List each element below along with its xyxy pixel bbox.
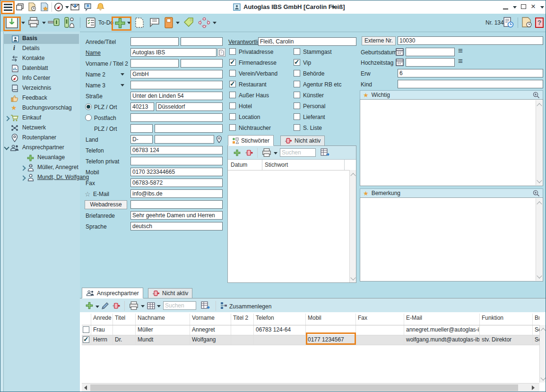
plzort-radio[interactable] — [85, 103, 92, 110]
row-checkbox[interactable] — [83, 326, 89, 333]
expand-chevron-icon[interactable] — [4, 116, 9, 121]
row-checkbox[interactable] — [83, 336, 89, 343]
expand-chevron-icon[interactable] — [20, 175, 26, 180]
column-header[interactable]: Telefon — [254, 314, 306, 325]
geburtsdatum-list-icon[interactable] — [458, 47, 463, 55]
checkbox-kuenstler[interactable] — [294, 92, 300, 98]
externe-nr-input[interactable] — [398, 36, 543, 45]
grid-view-icon[interactable] — [147, 302, 155, 309]
new-document-icon[interactable] — [135, 17, 144, 28]
plz2-input[interactable] — [130, 124, 153, 133]
column-header[interactable]: Mobil — [306, 314, 356, 325]
zoom-plus-icon[interactable] — [533, 190, 540, 197]
column-header[interactable]: Fax — [356, 314, 404, 325]
sidebar-item-buchungsvorschlag[interactable]: Buchungsvorschlag — [3, 103, 79, 113]
keywords-print-caret[interactable] — [274, 152, 277, 154]
tab-stichwoerter-nicht-aktiv[interactable]: Nicht aktiv — [280, 136, 325, 146]
vorname-input[interactable] — [130, 59, 179, 68]
plz-input[interactable] — [130, 102, 154, 111]
checkbox-hotel[interactable] — [229, 102, 236, 109]
postfach-input[interactable] — [130, 113, 223, 122]
checkbox-location[interactable] — [229, 113, 236, 120]
name-input[interactable] — [130, 48, 217, 57]
compare-persons-icon[interactable] — [64, 17, 75, 28]
checkbox-firmenadresse[interactable] — [229, 59, 236, 66]
expand-chevron-icon[interactable] — [20, 165, 26, 170]
checkbox-ausser-haus[interactable] — [229, 92, 236, 98]
contacts-search-input[interactable] — [163, 301, 196, 310]
mobil-input[interactable] — [130, 168, 223, 176]
wichtig-scrollbar[interactable] — [536, 100, 542, 185]
checkbox-nichtraucher[interactable] — [229, 124, 236, 131]
ort2-input[interactable] — [155, 124, 223, 133]
calendar-icon[interactable] — [396, 48, 404, 56]
sidebar-item-verzeichnis[interactable]: Verzeichnis — [3, 84, 79, 94]
name3-input[interactable] — [130, 81, 223, 89]
externe-nr-button[interactable]: Externe Nr. — [362, 36, 396, 45]
mail-import-icon[interactable] — [70, 3, 80, 11]
info-center-compass-icon[interactable] — [54, 2, 63, 12]
maximize-button[interactable] — [521, 4, 526, 9]
webadresse-button[interactable]: Webadresse — [85, 200, 127, 209]
checkbox-stammgast[interactable] — [294, 48, 300, 55]
checkbox-agentur[interactable] — [294, 81, 300, 87]
checkbox-personal[interactable] — [294, 102, 300, 109]
checkbox-restaurant[interactable] — [229, 81, 236, 87]
sidebar-item-mundt[interactable]: Mundt, Dr. Wolfgang — [3, 173, 79, 183]
telefon-privat-input[interactable] — [130, 157, 223, 165]
checkbox-lieferant[interactable] — [294, 113, 300, 120]
print-dropdown-caret[interactable] — [42, 22, 46, 24]
hochzeitstag-list-icon[interactable] — [458, 57, 463, 66]
hochzeitstag-input[interactable] — [406, 58, 455, 67]
sidebar-item-mueller[interactable]: Müller, Annegret — [3, 163, 79, 173]
help-button[interactable] — [535, 17, 544, 28]
sidebar-item-details[interactable]: i Details — [3, 44, 79, 54]
sidebar-item-datenblatt[interactable]: Datenblatt — [3, 64, 79, 74]
column-header[interactable]: Funktion — [480, 314, 533, 325]
column-header[interactable]: Titel 2 — [231, 314, 254, 325]
edit-pencil-icon[interactable] — [101, 302, 109, 310]
keywords-deactivate-icon[interactable] — [245, 150, 253, 156]
save-dropdown-caret[interactable] — [21, 22, 25, 24]
telefon-input[interactable] — [130, 146, 223, 154]
save-record-icon[interactable] — [6, 17, 18, 28]
kind-input[interactable] — [398, 80, 543, 88]
checkbox-sliste[interactable] — [294, 124, 300, 131]
keywords-print-icon[interactable] — [262, 148, 271, 157]
sidebar-item-routenplaner[interactable]: Routenplaner — [3, 133, 79, 143]
name3-dropdown-caret[interactable] — [121, 84, 124, 86]
strasse-input[interactable] — [130, 92, 223, 100]
sidebar-item-info-center[interactable]: Info Center — [3, 74, 79, 84]
contacts-print-icon[interactable] — [129, 301, 139, 310]
verantwortlich-input[interactable] — [258, 37, 356, 46]
sprache-input[interactable] — [130, 222, 223, 230]
new-entry-dropdown-caret[interactable] — [127, 22, 131, 24]
titel-input[interactable] — [181, 37, 223, 46]
name2-dropdown-caret[interactable] — [121, 73, 124, 76]
keywords-export-icon[interactable] — [321, 148, 330, 157]
sidebar-item-feedback[interactable]: Feedback — [3, 94, 79, 103]
contacts-hscrollbar[interactable] — [82, 383, 539, 392]
contact-add-caret[interactable] — [95, 306, 99, 308]
email-star-icon[interactable] — [85, 190, 91, 198]
briefanrede-input[interactable] — [130, 211, 223, 220]
anrede-input[interactable] — [130, 37, 179, 46]
sidebar-item-neuanlage[interactable]: Neuanlage — [3, 153, 79, 163]
sidebar-item-basis[interactable]: Basis — [3, 34, 79, 44]
workflow-nodes-icon[interactable] — [198, 17, 210, 28]
geo-pin-icon[interactable] — [216, 136, 222, 143]
keywords-add-icon[interactable] — [234, 149, 241, 156]
checkbox-verein[interactable] — [229, 70, 236, 77]
land-name-input[interactable] — [155, 135, 214, 144]
column-header[interactable]: Anrede — [91, 314, 113, 325]
column-header[interactable]: Vorname — [190, 314, 231, 325]
recent-document-icon[interactable] — [521, 17, 533, 28]
column-header[interactable]: Nachname — [136, 314, 190, 325]
print-icon[interactable] — [28, 17, 39, 28]
history-list-icon[interactable] — [503, 17, 514, 28]
window-dropdown-caret-1[interactable] — [513, 6, 517, 9]
tab-ansprechpartner[interactable]: Ansprechpartner — [82, 288, 143, 298]
bell-icon[interactable] — [96, 2, 104, 11]
calendar-icon[interactable] — [396, 58, 404, 66]
wichtig-textarea[interactable] — [360, 99, 543, 186]
